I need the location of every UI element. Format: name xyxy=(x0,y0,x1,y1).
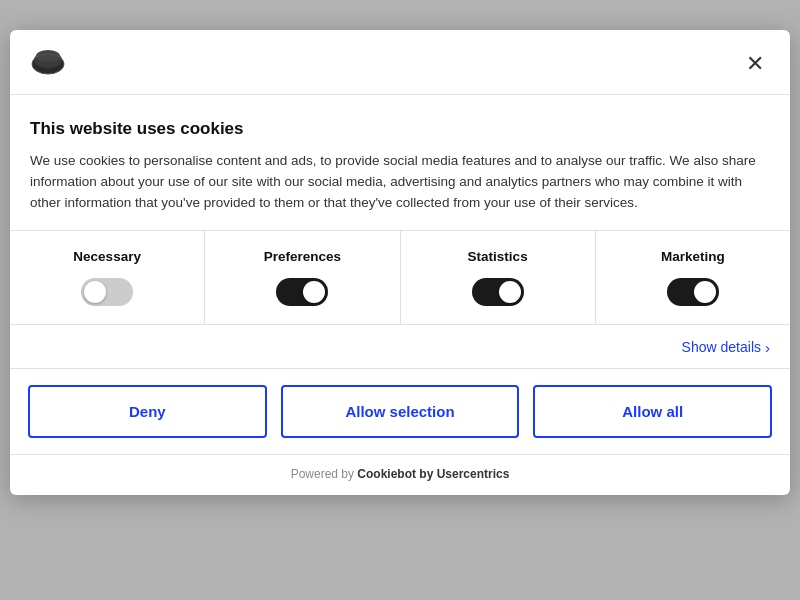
toggle-item-statistics: Statistics xyxy=(401,231,596,324)
allow-selection-button[interactable]: Allow selection xyxy=(281,385,520,438)
show-details-label: Show details xyxy=(682,339,761,355)
toggle-thumb-preferences xyxy=(303,281,325,303)
toggles-section: Necessary Preferences Statistics xyxy=(10,231,790,325)
dialog-description: We use cookies to personalise content an… xyxy=(30,151,770,214)
dialog-header: ✕ xyxy=(10,30,790,95)
deny-button[interactable]: Deny xyxy=(28,385,267,438)
toggle-label-necessary: Necessary xyxy=(73,249,141,264)
dialog-footer: Powered by Cookiebot by Usercentrics xyxy=(10,455,790,495)
toggle-thumb-necessary xyxy=(84,281,106,303)
toggle-track-marketing[interactable] xyxy=(667,278,719,306)
toggle-preferences[interactable] xyxy=(276,278,328,306)
chevron-right-icon: › xyxy=(765,339,770,356)
toggle-item-necessary: Necessary xyxy=(10,231,205,324)
dialog-body: This website uses cookies We use cookies… xyxy=(10,95,790,230)
toggle-necessary[interactable] xyxy=(81,278,133,306)
toggle-label-statistics: Statistics xyxy=(468,249,528,264)
toggle-thumb-marketing xyxy=(694,281,716,303)
toggle-label-marketing: Marketing xyxy=(661,249,725,264)
dialog-title: This website uses cookies xyxy=(30,119,770,139)
toggle-statistics[interactable] xyxy=(472,278,524,306)
toggle-track-statistics[interactable] xyxy=(472,278,524,306)
allow-all-button[interactable]: Allow all xyxy=(533,385,772,438)
cookiebot-logo-icon xyxy=(30,46,66,82)
toggle-label-preferences: Preferences xyxy=(264,249,341,264)
toggle-thumb-statistics xyxy=(499,281,521,303)
toggle-item-marketing: Marketing xyxy=(596,231,790,324)
toggle-item-preferences: Preferences xyxy=(205,231,400,324)
close-button[interactable]: ✕ xyxy=(740,51,770,77)
toggle-marketing[interactable] xyxy=(667,278,719,306)
cookie-dialog: ✕ This website uses cookies We use cooki… xyxy=(10,30,790,495)
footer-powered-by-text: Powered by xyxy=(291,467,358,481)
show-details-row: Show details › xyxy=(10,325,790,369)
toggle-track-preferences[interactable] xyxy=(276,278,328,306)
buttons-section: Deny Allow selection Allow all xyxy=(10,369,790,455)
footer-brand-text: Cookiebot by Usercentrics xyxy=(357,467,509,481)
toggle-track-necessary[interactable] xyxy=(81,278,133,306)
show-details-link[interactable]: Show details › xyxy=(682,339,770,356)
modal-overlay: ✕ This website uses cookies We use cooki… xyxy=(0,0,800,600)
